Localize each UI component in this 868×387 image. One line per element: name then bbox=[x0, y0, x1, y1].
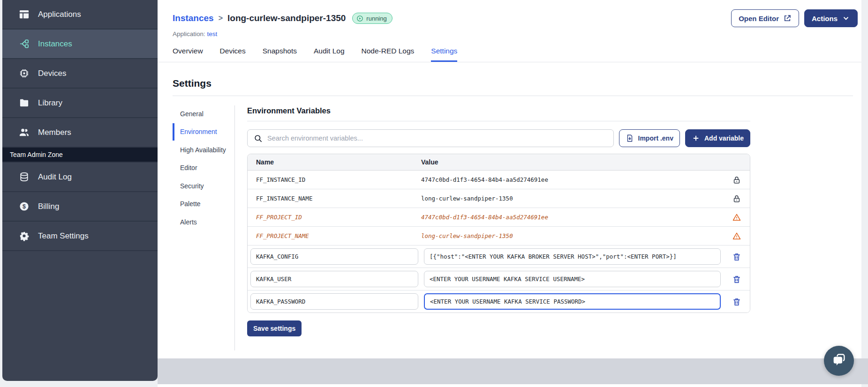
chat-widget-button[interactable] bbox=[824, 346, 854, 376]
tab-bar: OverviewDevicesSnapshotsAudit LogNode-RE… bbox=[158, 47, 861, 62]
environment-panel: Environment Variables Import .env Add va… bbox=[247, 105, 750, 350]
tab-settings[interactable]: Settings bbox=[431, 47, 457, 62]
svg-text:$: $ bbox=[23, 203, 26, 210]
sidebar-item-library[interactable]: Library bbox=[2, 89, 158, 118]
open-editor-button[interactable]: Open Editor bbox=[731, 9, 799, 27]
sidebar-item-label: Billing bbox=[38, 202, 59, 211]
import-env-label: Import .env bbox=[638, 134, 673, 142]
team-settings-icon bbox=[18, 231, 30, 242]
import-env-button[interactable]: Import .env bbox=[619, 129, 680, 147]
tab-audit-log[interactable]: Audit Log bbox=[314, 47, 345, 62]
tab-node-red-logs[interactable]: Node-RED Logs bbox=[362, 47, 415, 62]
env-var-value: long-curlew-sandpiper-1350 bbox=[421, 232, 724, 239]
settings-subnav-environment[interactable]: Environment bbox=[173, 123, 230, 140]
application-link[interactable]: test bbox=[207, 30, 218, 37]
running-icon bbox=[356, 15, 363, 22]
env-var-name-input[interactable] bbox=[250, 271, 418, 287]
settings-subnav-general[interactable]: General bbox=[173, 105, 230, 122]
search-box bbox=[247, 129, 614, 147]
trash-icon bbox=[732, 297, 741, 306]
settings-subnav-alerts[interactable]: Alerts bbox=[173, 214, 230, 231]
settings-section: Settings GeneralEnvironmentHigh Availabi… bbox=[158, 78, 861, 350]
devices-icon bbox=[18, 68, 30, 79]
trash-icon bbox=[732, 275, 741, 284]
column-header-value: Value bbox=[421, 158, 724, 166]
env-var-value-input[interactable] bbox=[424, 293, 721, 310]
env-var-name-input[interactable] bbox=[250, 248, 418, 265]
sidebar-item-billing[interactable]: $Billing bbox=[2, 192, 158, 222]
env-var-value-input[interactable] bbox=[424, 248, 721, 265]
sidebar-item-audit-log[interactable]: Audit Log bbox=[2, 163, 158, 192]
sidebar-admin-nav: Audit Log$BillingTeam Settings bbox=[2, 163, 158, 251]
env-var-table: Name Value FF_INSTANCE_ID4747c0bd-d1f3-4… bbox=[247, 154, 750, 313]
breadcrumb-instances-link[interactable]: Instances bbox=[173, 13, 214, 23]
main-content: Instances > long-curlew-sandpiper-1350 r… bbox=[158, 0, 861, 387]
settings-subnav-high-availability[interactable]: High Availability bbox=[173, 141, 230, 158]
actions-button[interactable]: Actions bbox=[804, 9, 858, 27]
column-header-name: Name bbox=[248, 158, 421, 166]
instance-header: Instances > long-curlew-sandpiper-1350 r… bbox=[158, 0, 861, 37]
sidebar-item-applications[interactable]: Applications bbox=[2, 0, 158, 30]
import-env-icon bbox=[626, 134, 634, 142]
env-var-row-kafka-password bbox=[248, 290, 750, 313]
sidebar-item-label: Applications bbox=[38, 10, 81, 19]
env-vars-title: Environment Variables bbox=[247, 106, 750, 115]
search-input[interactable] bbox=[267, 134, 607, 142]
sidebar-item-instances[interactable]: Instances bbox=[2, 30, 158, 59]
status-badge-label: running bbox=[366, 15, 386, 22]
sidebar-item-label: Team Settings bbox=[38, 231, 89, 241]
application-label: Application: bbox=[173, 30, 205, 37]
env-var-row-ff-instance-name: FF_INSTANCE_NAMElong-curlew-sandpiper-13… bbox=[248, 189, 750, 208]
applications-icon bbox=[18, 9, 30, 20]
env-var-value: long-curlew-sandpiper-1350 bbox=[421, 195, 724, 202]
audit-log-icon bbox=[18, 171, 30, 183]
sidebar-item-team-settings[interactable]: Team Settings bbox=[2, 222, 158, 251]
add-variable-button[interactable]: Add variable bbox=[685, 129, 750, 147]
env-var-row-kafka-user bbox=[248, 268, 750, 290]
settings-page-title: Settings bbox=[173, 78, 853, 89]
env-var-name-input[interactable] bbox=[250, 293, 418, 310]
env-vars-toolbar: Import .env Add variable bbox=[247, 129, 750, 147]
open-editor-label: Open Editor bbox=[739, 15, 779, 22]
members-icon bbox=[18, 127, 30, 138]
sidebar-item-label: Members bbox=[38, 128, 71, 137]
tab-overview[interactable]: Overview bbox=[173, 47, 203, 62]
sidebar-nav: ApplicationsInstancesDevicesLibraryMembe… bbox=[2, 0, 158, 148]
env-var-name: FF_PROJECT_ID bbox=[248, 214, 421, 221]
subnav-divider bbox=[234, 105, 235, 350]
save-settings-button[interactable]: Save settings bbox=[247, 320, 302, 336]
env-var-row-kafka-config bbox=[248, 246, 750, 268]
tab-devices[interactable]: Devices bbox=[220, 47, 246, 62]
settings-subnav-security[interactable]: Security bbox=[173, 178, 230, 194]
settings-subnav-editor[interactable]: Editor bbox=[173, 159, 230, 176]
env-var-row-ff-project-id: FF_PROJECT_ID4747c0bd-d1f3-4654-84b4-aa5… bbox=[248, 208, 750, 227]
delete-variable-button[interactable] bbox=[732, 275, 741, 284]
sidebar-item-members[interactable]: Members bbox=[2, 118, 158, 148]
add-variable-label: Add variable bbox=[704, 134, 744, 142]
footer-band bbox=[158, 358, 868, 384]
env-var-name: FF_PROJECT_NAME bbox=[248, 232, 421, 239]
team-admin-zone-label: Team Admin Zone bbox=[2, 148, 158, 163]
delete-variable-button[interactable] bbox=[732, 297, 741, 306]
env-var-value-input[interactable] bbox=[424, 271, 721, 287]
lock-icon bbox=[732, 194, 741, 203]
tab-snapshots[interactable]: Snapshots bbox=[263, 47, 297, 62]
env-var-name: FF_INSTANCE_NAME bbox=[248, 195, 421, 202]
env-var-row-ff-instance-id: FF_INSTANCE_ID4747c0bd-d1f3-4654-84b4-aa… bbox=[248, 171, 750, 189]
settings-subnav-palette[interactable]: Palette bbox=[173, 195, 230, 212]
settings-divider bbox=[173, 96, 853, 96]
settings-subnav: GeneralEnvironmentHigh AvailabilityEdito… bbox=[173, 105, 230, 350]
library-icon bbox=[18, 97, 30, 109]
actions-label: Actions bbox=[812, 15, 838, 22]
instances-icon bbox=[18, 38, 30, 50]
trash-icon bbox=[732, 252, 741, 261]
env-vars-divider bbox=[247, 121, 750, 121]
external-link-icon bbox=[783, 14, 792, 22]
sidebar-item-devices[interactable]: Devices bbox=[2, 59, 158, 89]
sidebar-item-label: Audit Log bbox=[38, 172, 72, 182]
search-icon bbox=[254, 134, 263, 143]
status-badge: running bbox=[352, 13, 392, 24]
header-actions: Open Editor Actions bbox=[731, 9, 858, 27]
breadcrumb-separator-icon: > bbox=[219, 14, 223, 22]
delete-variable-button[interactable] bbox=[732, 252, 741, 261]
